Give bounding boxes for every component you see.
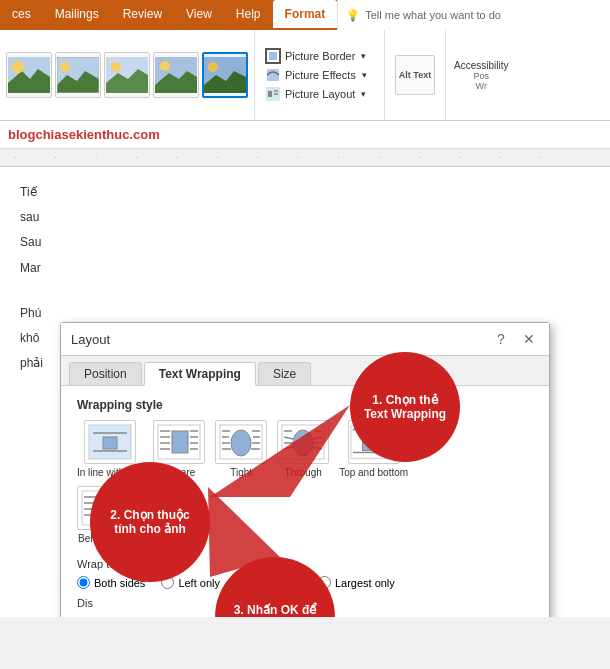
wrap-through-label: Through	[285, 467, 322, 478]
svg-rect-18	[267, 69, 279, 81]
tab-mailings[interactable]: Mailings	[43, 0, 111, 28]
img-style-4[interactable]	[153, 52, 199, 98]
dialog-tabs: Position Text Wrapping Size	[61, 356, 549, 386]
picture-border-chevron: ▾	[361, 51, 366, 61]
doc-line-4: Mar	[20, 259, 590, 278]
picture-effects-label: Picture Effects	[285, 69, 356, 81]
image-styles-group	[0, 30, 255, 120]
img-style-1[interactable]	[6, 52, 52, 98]
picture-effects-chevron: ▾	[362, 70, 367, 80]
dialog-title: Layout	[71, 332, 110, 347]
dialog-close-button[interactable]: ✕	[519, 329, 539, 349]
doc-line-2: sau	[20, 208, 590, 227]
wrap-tight-icon	[215, 420, 267, 464]
img-style-3[interactable]	[104, 52, 150, 98]
picture-effects-btn[interactable]: Picture Effects ▾	[263, 66, 376, 84]
annotation-1: 1. Chọn thẻ Text Wrapping	[350, 352, 460, 462]
doc-line-3: Sau	[20, 233, 590, 252]
document-area: Tiế sau Sau Mar Phú khô phải Layout ? ✕ …	[0, 167, 610, 617]
doc-line-1: Tiế	[20, 183, 590, 202]
picture-layout-chevron: ▾	[361, 89, 366, 99]
radio-both-input[interactable]	[77, 576, 90, 589]
svg-rect-25	[103, 437, 117, 449]
dialog-help-button[interactable]: ?	[491, 329, 511, 349]
picture-border-label: Picture Border	[285, 50, 355, 62]
ribbon-body: Picture Border ▾ Picture Effects ▾	[0, 30, 610, 120]
svg-point-9	[111, 62, 121, 72]
wrap-through[interactable]: Through	[277, 420, 329, 478]
picture-border-btn[interactable]: Picture Border ▾	[263, 47, 376, 65]
tab-help[interactable]: Help	[224, 0, 273, 28]
wrap-inline-icon	[84, 420, 136, 464]
ruler: · · · · · · · · · · · · · ·	[0, 149, 610, 167]
annotation-1-text: 1. Chọn thẻ Text Wrapping	[360, 393, 450, 422]
tell-me-input[interactable]: Tell me what you want to do	[365, 9, 501, 21]
alt-text-group: Alt Text	[385, 30, 446, 120]
picture-layout-icon	[265, 86, 281, 102]
doc-line-5: Phú	[20, 304, 590, 323]
tab-position[interactable]: Position	[69, 362, 142, 385]
picture-layout-btn[interactable]: Picture Layout ▾	[263, 85, 376, 103]
svg-point-15	[208, 62, 218, 72]
alt-text-icon[interactable]: Alt Text	[395, 55, 435, 95]
wrapping-style-title: Wrapping style	[77, 398, 533, 412]
lightbulb-icon: 💡	[346, 9, 360, 22]
picture-options-group: Picture Border ▾ Picture Effects ▾	[255, 30, 385, 120]
wrap-topbottom-label: Top and bottom	[339, 467, 408, 478]
svg-rect-17	[269, 52, 277, 60]
svg-point-38	[231, 430, 251, 456]
wrap-tight-label: Tight	[230, 467, 252, 478]
tab-view[interactable]: View	[174, 0, 224, 28]
img-style-2[interactable]	[55, 52, 101, 98]
dialog-title-controls: ? ✕	[491, 329, 539, 349]
annotation-2: 2. Chọn thuộc tính cho ảnh	[90, 462, 210, 582]
picture-effects-icon	[265, 67, 281, 83]
tab-size[interactable]: Size	[258, 362, 311, 385]
alt-text-label: Alt Text	[399, 70, 431, 81]
ribbon-tab-bar: ces Mailings Review View Help Format 💡 T…	[0, 0, 610, 30]
annotation-3-text: 3. Nhấn OK để thiết lập	[225, 603, 325, 617]
svg-point-12	[160, 61, 170, 71]
svg-point-48	[293, 430, 313, 456]
tab-review[interactable]: Review	[111, 0, 174, 28]
radio-left-label: Left only	[178, 577, 220, 589]
svg-rect-28	[172, 431, 188, 453]
watermark-bar: blogchiasekienthuc.com	[0, 121, 610, 149]
picture-border-icon	[265, 48, 281, 64]
annotation-2-text: 2. Chọn thuộc tính cho ảnh	[100, 508, 200, 537]
watermark-text: blogchiasekienthuc.com	[8, 127, 160, 142]
wrap-square-icon	[153, 420, 205, 464]
wr-label: Wr	[476, 81, 487, 91]
radio-largest-label: Largest only	[335, 577, 395, 589]
ribbon: ces Mailings Review View Help Format 💡 T…	[0, 0, 610, 121]
tab-format[interactable]: Format	[273, 0, 338, 28]
accessibility-group: Accessibility Pos Wr	[446, 30, 516, 120]
tab-ces[interactable]: ces	[0, 0, 43, 28]
wrap-tight[interactable]: Tight	[215, 420, 267, 478]
svg-rect-20	[268, 91, 272, 97]
svg-point-2	[12, 61, 24, 73]
tab-text-wrapping[interactable]: Text Wrapping	[144, 362, 256, 386]
wrap-through-icon	[277, 420, 329, 464]
dialog-titlebar: Layout ? ✕	[61, 323, 549, 356]
picture-layout-label: Picture Layout	[285, 88, 355, 100]
ruler-marks: · · · · · · · · · · · · · ·	[4, 153, 560, 162]
pos-label: Pos	[473, 71, 489, 81]
accessibility-label[interactable]: Accessibility	[454, 60, 508, 71]
img-style-5[interactable]	[202, 52, 248, 98]
svg-point-5	[60, 62, 70, 72]
radio-largest-only[interactable]: Largest only	[318, 576, 395, 589]
